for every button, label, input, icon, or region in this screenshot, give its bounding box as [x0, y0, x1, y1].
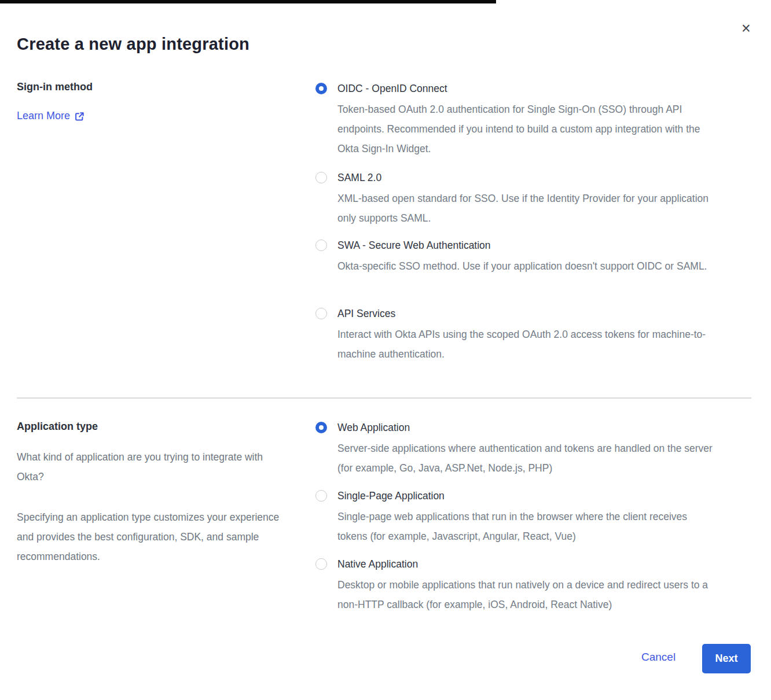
learn-more-link[interactable]: Learn More	[17, 110, 85, 122]
create-app-integration-dialog: × Create a new app integration Sign-in m…	[0, 0, 771, 700]
close-icon: ×	[741, 21, 751, 36]
radio-api-services[interactable]	[315, 308, 327, 319]
dialog-title: Create a new app integration	[17, 35, 249, 54]
cancel-button[interactable]: Cancel	[641, 651, 675, 664]
option-description-swa: Okta-specific SSO method. Use if your ap…	[337, 256, 717, 276]
radio-native-application[interactable]	[315, 558, 327, 570]
radio-web-application[interactable]	[315, 422, 327, 433]
option-label-oidc[interactable]: OIDC - OpenID Connect	[337, 82, 755, 95]
option-description-native-application: Desktop or mobile applications that run …	[337, 575, 717, 614]
option-label-swa[interactable]: SWA - Secure Web Authentication	[337, 238, 755, 252]
option-description-single-page-application: Single-page web applications that run in…	[337, 507, 717, 546]
option-row-web-application: Web Application Server-side applications…	[315, 421, 755, 478]
option-row-oidc: OIDC - OpenID Connect Token-based OAuth …	[315, 82, 755, 159]
option-description-saml: XML-based open standard for SSO. Use if …	[337, 189, 717, 228]
option-description-api-services: Interact with Okta APIs using the scoped…	[337, 325, 717, 364]
signin-method-label: Sign-in method	[17, 81, 93, 93]
radio-saml20[interactable]	[315, 172, 327, 183]
close-button[interactable]: ×	[736, 19, 756, 38]
radio-swa[interactable]	[315, 240, 327, 251]
radio-oidc[interactable]	[315, 83, 327, 94]
next-button[interactable]: Next	[702, 644, 751, 673]
learn-more-label: Learn More	[17, 110, 70, 122]
application-type-question: What kind of application are you trying …	[17, 447, 290, 487]
option-label-web-application[interactable]: Web Application	[337, 421, 755, 434]
top-edge-bar	[0, 0, 496, 3]
section-divider	[17, 397, 751, 399]
option-label-api-services[interactable]: API Services	[337, 307, 755, 320]
external-link-icon	[75, 112, 85, 121]
option-row-swa: SWA - Secure Web Authentication Okta-spe…	[315, 238, 755, 276]
radio-single-page-application[interactable]	[315, 490, 327, 502]
option-label-native-application[interactable]: Native Application	[337, 557, 755, 571]
option-row-single-page-application: Single-Page Application Single-page web …	[315, 489, 755, 546]
option-row-api-services: API Services Interact with Okta APIs usi…	[315, 307, 755, 364]
option-description-oidc: Token-based OAuth 2.0 authentication for…	[337, 100, 717, 159]
option-label-saml[interactable]: SAML 2.0	[337, 171, 755, 185]
option-row-saml: SAML 2.0 XML-based open standard for SSO…	[315, 171, 755, 228]
application-type-label: Application type	[17, 421, 98, 433]
option-label-single-page-application[interactable]: Single-Page Application	[337, 489, 755, 503]
option-row-native-application: Native Application Desktop or mobile app…	[315, 557, 755, 614]
option-description-web-application: Server-side applications where authentic…	[337, 439, 717, 478]
application-type-note: Specifying an application type customize…	[17, 507, 290, 566]
